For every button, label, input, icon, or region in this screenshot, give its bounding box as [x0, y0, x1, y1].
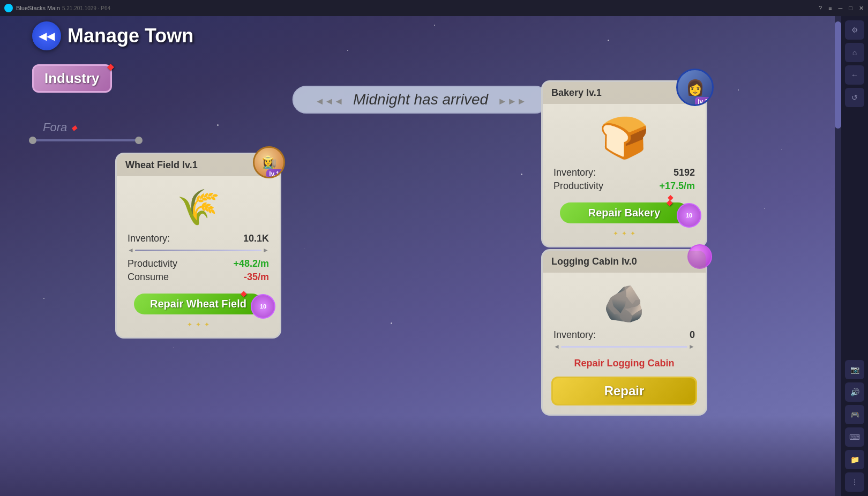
repair-wheat-button[interactable]: Repair Wheat Field — [134, 294, 263, 314]
sidebar-settings-icon[interactable]: ⚙ — [845, 20, 864, 40]
logging-cabin-title: Logging Cabin lv.0 — [551, 256, 637, 267]
bakery-repair-cost: 10 — [677, 203, 701, 228]
sidebar-back-icon[interactable]: ← — [845, 65, 864, 85]
app-logo — [4, 4, 13, 12]
bakery-header: Bakery lv.1 👩 lv.16 — [543, 82, 706, 104]
bakery-deco-1: ✦ — [613, 230, 618, 237]
sidebar-rotate-icon[interactable]: ↺ — [845, 88, 864, 107]
inventory-bar: ◄ ► — [128, 246, 269, 254]
app-version: 5.21.201.1029 · P64 — [62, 5, 819, 11]
deco-star-2: ✦ — [196, 321, 201, 328]
productivity-value: +48.2/m — [233, 258, 269, 269]
bakery-deco-3: ✦ — [630, 230, 635, 237]
midnight-banner: Midnight has arrived — [293, 86, 549, 114]
bakery-deco-2: ✦ — [622, 230, 627, 237]
menu-icon[interactable]: ≡ — [828, 5, 832, 12]
logging-cabin-icon-area: 🪨 — [543, 273, 706, 329]
bakery-icon-area: 🍞 — [543, 104, 706, 167]
bakery-productivity-row: Productivity +17.5/m — [553, 181, 695, 192]
bakery-card: Bakery lv.1 👩 lv.16 🍞 Inventory: 5192 Pr… — [541, 80, 707, 247]
bakery-productivity-value: +17.5/m — [659, 181, 695, 192]
consume-label: Consume — [128, 272, 169, 283]
app-name: BlueStacks Main — [16, 5, 60, 11]
sidebar-home-icon[interactable]: ⌂ — [845, 43, 864, 62]
consume-value: -35/m — [244, 272, 269, 283]
titlebar: BlueStacks Main 5.21.201.1029 · P64 ? ≡ … — [0, 0, 868, 16]
maximize-button[interactable]: □ — [849, 5, 852, 12]
main-content: ◀◀ Manage Town Industry Midnight has arr… — [0, 16, 841, 496]
bakery-avatar: 👩 lv.16 — [676, 69, 714, 106]
page-header: ◀◀ Manage Town — [32, 21, 193, 50]
sidebar-more-icon[interactable]: ⋮ — [845, 472, 864, 492]
industry-tab[interactable]: Industry — [32, 64, 112, 93]
bakery-stats: Inventory: 5192 Productivity +17.5/m — [543, 167, 706, 192]
page-title: Manage Town — [68, 25, 193, 47]
bakery-avatar-image: 👩 — [686, 79, 705, 96]
sidebar-keyboard-icon[interactable]: ⌨ — [845, 427, 864, 447]
logging-inventory-value: 0 — [690, 329, 695, 341]
sidebar-volume-icon[interactable]: 🔊 — [845, 382, 864, 402]
sidebar-camera-icon[interactable]: 📷 — [845, 360, 864, 379]
stone-icon: 🪨 — [603, 283, 646, 324]
repair-bakery-container: Repair Bakery 10 ◆ — [551, 197, 697, 223]
repair-bakery-button[interactable]: Repair Bakery — [560, 202, 689, 223]
cost-value: 10 — [260, 303, 266, 310]
wheat-field-header: Wheat Field lv.1 👩‍🌾 lv.16 — [117, 154, 280, 176]
scrollbar[interactable] — [835, 16, 841, 496]
bakery-card-deco: ✦ ✦ ✦ — [543, 230, 706, 237]
repair-wheat-container: Repair Wheat Field 10 — [125, 288, 271, 314]
industry-tab-label: Industry — [44, 70, 100, 86]
repair-logging-label: Repair Logging Cabin — [543, 355, 706, 372]
right-sidebar: ⚙ ⌂ ← ↺ 📷 🔊 🎮 ⌨ 📁 ⋮ — [841, 16, 868, 496]
fora-slider[interactable] — [32, 139, 139, 141]
minimize-button[interactable]: ─ — [839, 5, 843, 12]
help-icon[interactable]: ? — [819, 5, 822, 12]
back-button[interactable]: ◀◀ — [32, 21, 61, 50]
bakery-repair-gem-icon: ◆ — [668, 193, 674, 201]
bakery-inventory-value: 5192 — [674, 167, 695, 178]
scrollbar-thumb[interactable] — [835, 21, 841, 129]
bakery-cost-value: 10 — [686, 212, 692, 219]
consume-row: Consume -35/m — [128, 272, 269, 283]
wheat-field-card: Wheat Field lv.1 👩‍🌾 lv.16 🌾 Inventory: … — [115, 153, 281, 339]
wheat-icon-area: 🌾 — [117, 176, 280, 233]
window-controls[interactable]: ? ≡ ─ □ ✕ — [819, 5, 864, 12]
wheat-repair-cost: 10 — [251, 294, 275, 319]
logging-inventory-bar: ◄ ► — [553, 343, 695, 350]
wheat-field-title: Wheat Field lv.1 — [125, 160, 198, 170]
sidebar-folder-icon[interactable]: 📁 — [845, 450, 864, 469]
close-button[interactable]: ✕ — [859, 5, 864, 12]
bakery-title: Bakery lv.1 — [551, 87, 602, 98]
deco-star-3: ✦ — [204, 321, 209, 328]
wheat-icon: 🌾 — [177, 187, 220, 228]
inventory-row: Inventory: 10.1K — [128, 233, 269, 244]
logging-cabin-card: Logging Cabin lv.0 🪨 Inventory: 0 ◄ ► Re… — [541, 249, 707, 416]
bakery-inventory-row: Inventory: 5192 — [553, 167, 695, 178]
bakery-inventory-label: Inventory: — [553, 167, 596, 178]
wheat-field-stats: Inventory: 10.1K ◄ ► Productivity +48.2/… — [117, 233, 280, 283]
sidebar-gamepad-icon[interactable]: 🎮 — [845, 405, 864, 424]
bakery-productivity-label: Productivity — [553, 181, 603, 192]
inventory-value: 10.1K — [243, 233, 269, 244]
logging-cabin-header: Logging Cabin lv.0 — [543, 251, 706, 273]
inventory-label: Inventory: — [128, 233, 170, 244]
logging-cabin-stats: Inventory: 0 ◄ ► — [543, 329, 706, 350]
logging-inventory-label: Inventory: — [553, 329, 596, 341]
deco-star-1: ✦ — [187, 321, 192, 328]
logging-inventory-row: Inventory: 0 — [553, 329, 695, 341]
repair-logging-button[interactable]: Repair — [551, 377, 697, 405]
wheat-card-deco: ✦ ✦ ✦ — [117, 321, 280, 328]
productivity-label: Productivity — [128, 258, 177, 269]
midnight-text: Midnight has arrived — [353, 91, 488, 108]
back-arrow-icon: ◀◀ — [39, 29, 55, 42]
bread-icon: 🍞 — [599, 115, 649, 162]
fora-text: Fora — [43, 121, 67, 134]
productivity-row: Productivity +48.2/m — [128, 258, 269, 269]
fora-label: Fora — [43, 121, 77, 134]
wheat-field-avatar: 👩‍🌾 lv.16 — [253, 146, 285, 178]
